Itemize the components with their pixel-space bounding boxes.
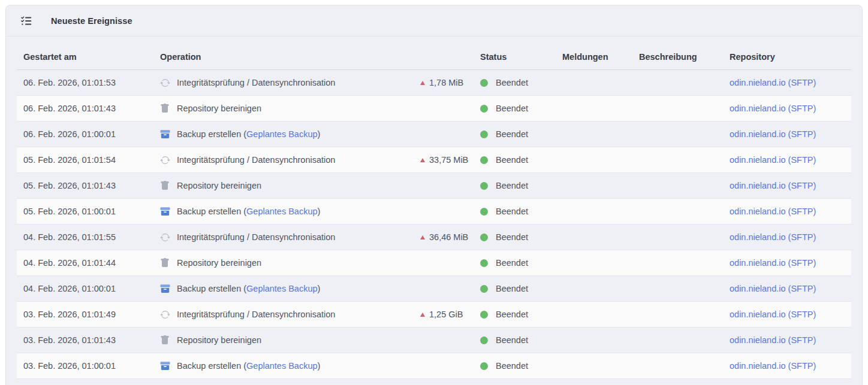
cell-description [632,199,722,225]
card-header: Neueste Ereignisse [6,5,862,37]
archive-box-icon [160,361,170,371]
operation-text-suffix: ) [318,361,321,371]
cell-size [414,353,473,379]
operation-text: Repository bereinigen [177,335,261,345]
status-label: Beendet [496,207,528,216]
status-dot [480,362,488,370]
table-row: 04. Feb. 2026, 01:01:44 Repository berei… [17,250,851,276]
cell-started-at: 04. Feb. 2026, 01:00:01 [17,276,158,302]
status-dot [480,156,488,164]
events-table: Gestartet am Operation Status Meldungen … [17,37,851,379]
cell-status: Beendet [473,199,555,225]
operation-detail-link[interactable]: Geplantes Backup [246,361,318,371]
cell-messages [555,302,632,328]
operation-label: Backup erstellen (Geplantes Backup) [177,129,320,139]
operation-label: Backup erstellen (Geplantes Backup) [177,207,320,216]
cell-status: Beendet [473,147,555,173]
column-header-meldungen: Meldungen [555,37,632,70]
cell-messages [555,328,632,353]
table-header-row: Gestartet am Operation Status Meldungen … [17,37,851,70]
status-label: Beendet [496,232,528,242]
cell-repository: odin.nieland.io (SFTP) [722,276,851,302]
cell-status: Beendet [473,353,555,379]
sync-icon [160,232,170,242]
table-row: 05. Feb. 2026, 01:00:01 Backup erstellen… [17,199,851,225]
trash-icon [160,258,170,268]
repository-link[interactable]: odin.nieland.io (SFTP) [730,284,816,293]
archive-box-icon [160,284,170,294]
cell-operation: Backup erstellen (Geplantes Backup) [158,122,414,147]
page-title: Neueste Ereignisse [51,16,132,26]
repository-link[interactable]: odin.nieland.io (SFTP) [730,181,816,190]
archive-box-icon [160,129,170,140]
table-row: 03. Feb. 2026, 01:01:49 Integritätsprüfu… [17,302,851,328]
cell-operation: Backup erstellen (Geplantes Backup) [158,276,414,302]
repository-link[interactable]: odin.nieland.io (SFTP) [730,335,816,345]
repository-link[interactable]: odin.nieland.io (SFTP) [730,104,816,113]
column-header-operation: Operation [158,37,414,70]
operation-detail-link[interactable]: Geplantes Backup [246,207,318,216]
operation-text-suffix: ) [318,129,321,139]
trash-icon [160,335,170,345]
repository-link[interactable]: odin.nieland.io (SFTP) [730,310,816,319]
cell-status: Beendet [473,276,555,302]
repository-link[interactable]: odin.nieland.io (SFTP) [730,258,816,268]
repository-link[interactable]: odin.nieland.io (SFTP) [730,129,816,139]
cell-started-at: 05. Feb. 2026, 01:00:01 [17,199,158,225]
archive-box-icon [160,207,170,217]
operation-text: Integritätsprüfung / Datensynchronisatio… [177,155,335,165]
cell-operation: Integritätsprüfung / Datensynchronisatio… [158,302,414,328]
checklist-icon [21,16,32,26]
events-table-wrap: Gestartet am Operation Status Meldungen … [6,37,862,379]
status-label: Beendet [496,335,528,345]
cell-started-at: 06. Feb. 2026, 01:01:43 [17,96,158,122]
table-row: 03. Feb. 2026, 01:00:01 Backup erstellen… [17,353,851,379]
cell-operation: Integritätsprüfung / Datensynchronisatio… [158,147,414,173]
repository-link[interactable]: odin.nieland.io (SFTP) [730,207,816,216]
operation-detail-link[interactable]: Geplantes Backup [246,129,318,139]
repository-link[interactable]: odin.nieland.io (SFTP) [730,78,816,87]
cell-messages [555,353,632,379]
cell-description [632,328,722,353]
repository-link[interactable]: odin.nieland.io (SFTP) [730,361,816,371]
cell-messages [555,225,632,250]
cell-repository: odin.nieland.io (SFTP) [722,96,851,122]
cell-size [414,96,473,122]
cell-messages [555,250,632,276]
cell-description [632,225,722,250]
operation-detail-link[interactable]: Geplantes Backup [246,284,318,293]
operation-text: Backup erstellen ( [177,207,246,216]
delta-up-icon [420,81,425,85]
cell-description [632,353,722,379]
size-delta: 1,78 MiB [414,78,473,87]
repository-link[interactable]: odin.nieland.io (SFTP) [730,232,816,242]
operation-text-suffix: ) [318,284,321,293]
status-dot [480,182,488,190]
cell-status: Beendet [473,122,555,147]
size-value: 1,25 GiB [429,310,463,319]
table-row: 04. Feb. 2026, 01:01:55 Integritätsprüfu… [17,225,851,250]
operation-label: Integritätsprüfung / Datensynchronisatio… [177,78,335,87]
cell-messages [555,122,632,147]
events-table-body: 06. Feb. 2026, 01:01:53 Integritätsprüfu… [17,70,851,379]
cell-operation: Backup erstellen (Geplantes Backup) [158,353,414,379]
operation-label: Integritätsprüfung / Datensynchronisatio… [177,232,335,242]
repository-link[interactable]: odin.nieland.io (SFTP) [730,155,816,165]
cell-repository: odin.nieland.io (SFTP) [722,122,851,147]
table-row: 03. Feb. 2026, 01:01:43 Repository berei… [17,328,851,353]
cell-description [632,96,722,122]
cell-description [632,250,722,276]
cell-repository: odin.nieland.io (SFTP) [722,225,851,250]
cell-started-at: 03. Feb. 2026, 01:01:43 [17,328,158,353]
size-delta: 33,75 MiB [414,155,473,165]
cell-operation: Repository bereinigen [158,96,414,122]
trash-icon [160,104,170,114]
cell-repository: odin.nieland.io (SFTP) [722,147,851,173]
operation-label: Integritätsprüfung / Datensynchronisatio… [177,155,335,165]
size-value: 33,75 MiB [429,155,468,165]
table-row: 04. Feb. 2026, 01:00:01 Backup erstellen… [17,276,851,302]
cell-started-at: 05. Feb. 2026, 01:01:54 [17,147,158,173]
operation-label: Backup erstellen (Geplantes Backup) [177,361,320,371]
status-label: Beendet [496,104,528,113]
table-row: 05. Feb. 2026, 01:01:54 Integritätsprüfu… [17,147,851,173]
